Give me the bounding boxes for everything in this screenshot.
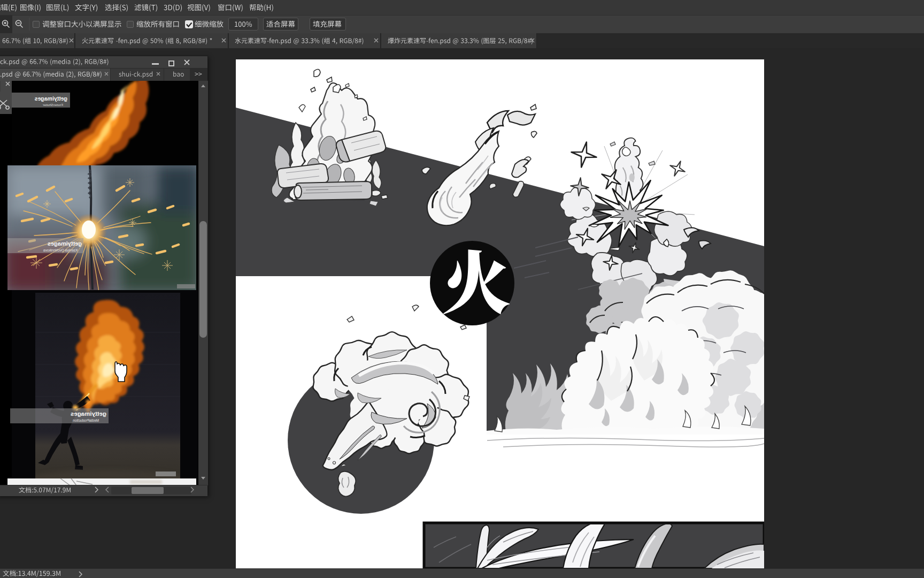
svg-text:FrozenShutter: FrozenShutter — [43, 103, 63, 107]
svg-text:gettyimages: gettyimages — [71, 410, 106, 417]
svg-text:MediaProduction: MediaProduction — [73, 419, 99, 422]
svg-text:Kseniya Ovchinnikova: Kseniya Ovchinnikova — [43, 248, 78, 253]
svg-text:gettyimages: gettyimages — [48, 240, 82, 247]
svg-text:gettyimages: gettyimages — [35, 95, 67, 102]
